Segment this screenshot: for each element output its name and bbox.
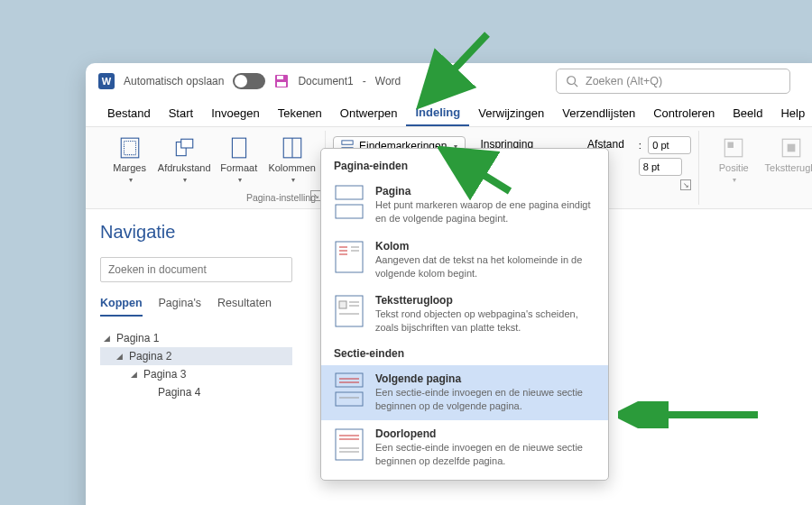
annotation-arrow bbox=[415, 29, 496, 110]
tekstterugloop-button[interactable]: Tekstteruglo bbox=[764, 133, 812, 203]
positie-button[interactable]: Positie▾ bbox=[706, 133, 761, 203]
tab-tekenen[interactable]: Tekenen bbox=[269, 99, 331, 126]
svg-rect-8 bbox=[181, 139, 193, 148]
title-separator: - bbox=[363, 75, 366, 87]
columns-icon bbox=[281, 136, 304, 160]
svg-rect-36 bbox=[336, 429, 363, 460]
tree-item[interactable]: ◢Pagina 3 bbox=[100, 365, 292, 383]
search-placeholder: Zoeken (Alt+Q) bbox=[586, 75, 662, 87]
tab-help[interactable]: Help bbox=[771, 99, 812, 126]
next-page-section-icon bbox=[334, 372, 364, 407]
group-page-setup: Marges▾ Afdrukstand▾ Formaat▾ Kolommen▾ … bbox=[98, 131, 326, 205]
collapse-icon: ◢ bbox=[104, 334, 113, 343]
dd-section-header: Sectie-einden bbox=[321, 342, 608, 365]
text-wrap-break-icon bbox=[334, 294, 364, 328]
dd-item-tekstterugloop[interactable]: TekstterugloopTekst rond objecten op web… bbox=[321, 287, 608, 342]
svg-rect-18 bbox=[336, 186, 363, 199]
tab-controleren[interactable]: Controleren bbox=[644, 99, 724, 126]
dialog-launcher-icon[interactable]: ↘ bbox=[680, 179, 691, 190]
svg-rect-31 bbox=[336, 373, 363, 387]
group-arrange: Positie▾ Tekstteruglo bbox=[698, 131, 812, 205]
tab-beeld[interactable]: Beeld bbox=[724, 99, 771, 126]
position-icon bbox=[722, 136, 745, 160]
autosave-label: Automatisch opslaan bbox=[124, 75, 224, 87]
group-label: Pagina-instelling bbox=[246, 192, 319, 203]
nav-tab-resultaten[interactable]: Resultaten bbox=[217, 297, 272, 317]
column-break-icon bbox=[334, 240, 364, 274]
spacing-before[interactable]: : bbox=[639, 136, 691, 154]
marges-button[interactable]: Marges▾ bbox=[106, 133, 153, 203]
tab-ontwerpen[interactable]: Ontwerpen bbox=[331, 99, 407, 126]
tab-invoegen[interactable]: Invoegen bbox=[202, 99, 269, 126]
chevron-down-icon: ▾ bbox=[238, 176, 242, 184]
spacing-controls: : ↘ bbox=[632, 131, 698, 205]
svg-rect-27 bbox=[339, 301, 346, 308]
spacing-after-input[interactable] bbox=[639, 158, 682, 176]
spacing-before-input[interactable] bbox=[648, 136, 691, 154]
dd-item-kolom[interactable]: KolomAangeven dat de tekst na het kolome… bbox=[321, 233, 608, 288]
svg-rect-6 bbox=[124, 141, 135, 154]
nav-tab-koppen[interactable]: Koppen bbox=[100, 297, 143, 317]
svg-rect-2 bbox=[277, 82, 286, 87]
document-name: Document1 bbox=[298, 75, 353, 87]
svg-point-3 bbox=[567, 77, 576, 85]
dd-item-doorlopend[interactable]: DoorlopendEen sectie-einde invoegen en d… bbox=[321, 420, 608, 475]
nav-tab-paginas[interactable]: Pagina's bbox=[159, 297, 202, 317]
nav-search-input[interactable] bbox=[100, 257, 292, 282]
navigation-title: Navigatie bbox=[100, 222, 292, 243]
svg-line-41 bbox=[426, 34, 487, 99]
svg-rect-15 bbox=[728, 142, 734, 149]
spacing-after[interactable] bbox=[639, 158, 691, 176]
save-icon[interactable] bbox=[274, 74, 289, 88]
chevron-down-icon: ▾ bbox=[291, 176, 295, 184]
tree-item[interactable]: Pagina 4 bbox=[100, 383, 292, 401]
svg-rect-20 bbox=[336, 242, 363, 272]
svg-rect-26 bbox=[336, 296, 363, 326]
autosave-toggle[interactable] bbox=[233, 73, 265, 89]
tab-bestand[interactable]: Bestand bbox=[98, 99, 160, 126]
nav-tabs: Koppen Pagina's Resultaten bbox=[100, 297, 292, 317]
page-break-icon bbox=[334, 185, 364, 219]
tab-verzendlijsten[interactable]: Verzendlijsten bbox=[553, 99, 644, 126]
wrap-text-icon bbox=[780, 136, 803, 160]
svg-rect-19 bbox=[336, 205, 363, 218]
chevron-down-icon: ▾ bbox=[733, 176, 736, 184]
svg-rect-1 bbox=[277, 76, 283, 79]
chevron-down-icon: ▾ bbox=[129, 176, 133, 184]
dd-item-volgende-pagina[interactable]: Volgende paginaEen sectie-einde invoegen… bbox=[321, 365, 608, 420]
word-app-icon: W bbox=[98, 73, 115, 89]
svg-rect-17 bbox=[788, 144, 796, 152]
tree-item[interactable]: ◢Pagina 2 bbox=[100, 347, 292, 365]
svg-rect-34 bbox=[336, 392, 363, 406]
svg-rect-12 bbox=[342, 141, 353, 144]
navigation-pane: Navigatie Koppen Pagina's Resultaten ◢Pa… bbox=[86, 209, 307, 505]
search-box[interactable]: Zoeken (Alt+Q) bbox=[556, 69, 790, 94]
collapse-icon: ◢ bbox=[116, 352, 125, 361]
afdrukstand-button[interactable]: Afdrukstand▾ bbox=[157, 133, 211, 203]
chevron-down-icon: ▾ bbox=[183, 176, 187, 184]
headings-tree: ◢Pagina 1 ◢Pagina 2 ◢Pagina 3 Pagina 4 bbox=[100, 329, 292, 401]
collapse-icon: ◢ bbox=[131, 370, 140, 379]
svg-line-4 bbox=[575, 84, 578, 87]
app-name: Word bbox=[375, 75, 401, 87]
size-icon bbox=[227, 136, 251, 160]
continuous-section-icon bbox=[334, 427, 364, 462]
tab-start[interactable]: Start bbox=[160, 99, 202, 126]
svg-line-42 bbox=[448, 153, 510, 191]
search-icon bbox=[566, 75, 578, 87]
annotation-arrow bbox=[438, 146, 519, 200]
margins-icon bbox=[118, 136, 142, 160]
tree-item[interactable]: ◢Pagina 1 bbox=[100, 329, 292, 347]
svg-rect-9 bbox=[232, 138, 245, 158]
annotation-arrow bbox=[618, 401, 762, 428]
orientation-icon bbox=[172, 136, 196, 160]
